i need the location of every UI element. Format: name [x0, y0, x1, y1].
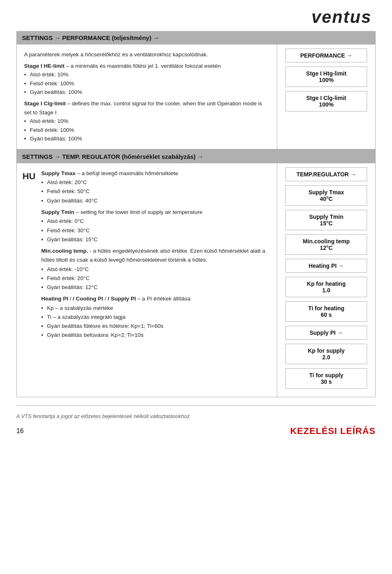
bullet-item: Alsó érték: 10%	[24, 117, 270, 126]
right-box-min-cooling: Min.cooling temp 12°C	[285, 234, 367, 255]
bullet-item: Felső érték: 50°C	[41, 187, 270, 196]
supply-pi-sep: /	[105, 296, 108, 302]
supply-pi-bold: / Supply PI	[108, 296, 136, 302]
right-box-clg: Stge I Clg-limit 100%	[285, 91, 367, 111]
pi-text: – a PI értékek állítása	[138, 296, 191, 302]
right-box-kp-supply: Kp for supply 2.0	[285, 344, 367, 364]
right-box-temp-reg: TEMP.REGULATOR →	[285, 167, 367, 181]
right-box-supply-pi: Supply PI →	[285, 326, 367, 340]
logo: ventus	[312, 7, 372, 27]
main-content: SETTINGS → PERFORMANCE (teljesítmény) → …	[0, 31, 392, 405]
right-box-performance: PERFORMANCE →	[285, 49, 367, 62]
disclaimer-text: A VTS fenntartja a jogot az előzetes bej…	[16, 413, 189, 419]
bullet-item: Alsó érték: 0°C	[41, 217, 270, 226]
bullet-item: Felső érték: 30°C	[41, 226, 270, 235]
right-box-heating-pi: Heating PI →	[285, 259, 367, 273]
supply-tmin-text: – setting for the lower limit of supply …	[74, 209, 203, 215]
right-box-htg: Stge I Htg-limit 100%	[285, 67, 367, 87]
stage1-text: – a minimális és maximális fűtési jel 1.…	[65, 63, 221, 69]
stage1-bold: Stage I HE-limit	[24, 63, 65, 69]
section1-title: SETTINGS → PERFORMANCE (teljesítmény) →	[16, 31, 376, 44]
right-box-ti-supply: Ti for supply 30 s	[285, 368, 367, 389]
section1-stage2: Stage I Clg-limit – defines the max. con…	[24, 99, 270, 117]
header: ventus	[0, 0, 392, 31]
right-box-ti-heating: Ti for heating 60 s	[285, 301, 367, 322]
bullet-item: Gyári beállítás: 100%	[24, 134, 270, 143]
bullet-item: Gyári beállítás: 12°C	[41, 283, 270, 292]
bullet-item: Felső érték: 100%	[24, 79, 270, 88]
footer-disclaimer: A VTS fenntartja a jogot az előzetes bej…	[0, 406, 392, 423]
kezeles-label: KEZELÉSI LEÍRÁS	[290, 426, 376, 436]
section1-left: A paraméterek melyek a hőcserélőkhöz és …	[17, 44, 277, 149]
right-box-supply-tmax: Supply Tmax 40°C	[285, 185, 367, 206]
section1-stage1: Stage I HE-limit – a minimális és maximá…	[24, 62, 270, 71]
bullet-item: Ti – a szabályzás integráló tagja	[41, 313, 270, 322]
heating-pi-bold: Heating PI	[41, 296, 68, 302]
section2-content: HU Supply Tmax – a befújt levegő maximál…	[16, 163, 376, 397]
supply-tmax-text: – a befújt levegő maximális hőmérséklete	[76, 170, 178, 176]
min-cooling-para: Min.cooling temp. - a hűtés engedélyezés…	[41, 247, 270, 265]
bullet-item: Gyári beállítás fűtésre és hűtésre: Kp=1…	[41, 322, 270, 331]
right-box-kp-heating: Kp for heating 1.0	[285, 277, 367, 297]
min-cooling-bold: Min.cooling temp.	[41, 248, 88, 254]
bullet-item: Gyári beállítás befúvásra: Kp=2; Ti=10s	[41, 331, 270, 340]
section2-left: HU Supply Tmax – a befújt levegő maximál…	[17, 163, 277, 397]
cooling-pi-bold: / Cooling PI	[73, 296, 103, 302]
bullet-item: Gyári beállítás: 15°C	[41, 235, 270, 244]
bullet-item: Gyári beállítás: 40°C	[41, 196, 270, 205]
pi-para: Heating PI / / Cooling PI / / Supply PI …	[41, 294, 270, 303]
supply-tmin-bold: Supply Tmin	[41, 209, 74, 215]
page-number: 16	[16, 427, 24, 435]
section1-content: A paraméterek melyek a hőcserélőkhöz és …	[16, 44, 376, 149]
bullet-item: Felső érték: 20°C	[41, 274, 270, 283]
section2-right: TEMP.REGULATOR → Supply Tmax 40°C Supply…	[277, 163, 375, 397]
section2-title: SETTINGS → TEMP. REGULATOR (hőmérséklet …	[16, 149, 376, 163]
bullet-item: Gyári beállítás: 100%	[24, 88, 270, 97]
bullet-item: Kp – a szabályzás mértéke	[41, 304, 270, 313]
supply-tmax-para: Supply Tmax – a befújt levegő maximális …	[41, 169, 270, 178]
stage2-bold: Stage I Clg-limit	[24, 100, 66, 107]
bullet-item: Alsó érték: 10%	[24, 70, 270, 79]
supply-tmax-bold: Supply Tmax	[41, 170, 76, 176]
hu-label: HU	[22, 169, 36, 184]
right-box-supply-tmin: Supply Tmin 15°C	[285, 210, 367, 230]
bullet-item: Alsó érték: -10°C	[41, 265, 270, 274]
bullet-item: Alsó érték: 20°C	[41, 178, 270, 187]
section1-intro: A paraméterek melyek a hőcserélőkhöz és …	[24, 50, 270, 59]
bullet-item: Felső érték: 100%	[24, 126, 270, 135]
page: ventus SETTINGS → PERFORMANCE (teljesítm…	[0, 0, 392, 574]
section1-right: PERFORMANCE → Stge I Htg-limit 100% Stge…	[277, 44, 375, 149]
page-number-row: 16 KEZELÉSI LEÍRÁS	[0, 423, 392, 441]
supply-tmin-para: Supply Tmin – setting for the lower limi…	[41, 208, 270, 217]
